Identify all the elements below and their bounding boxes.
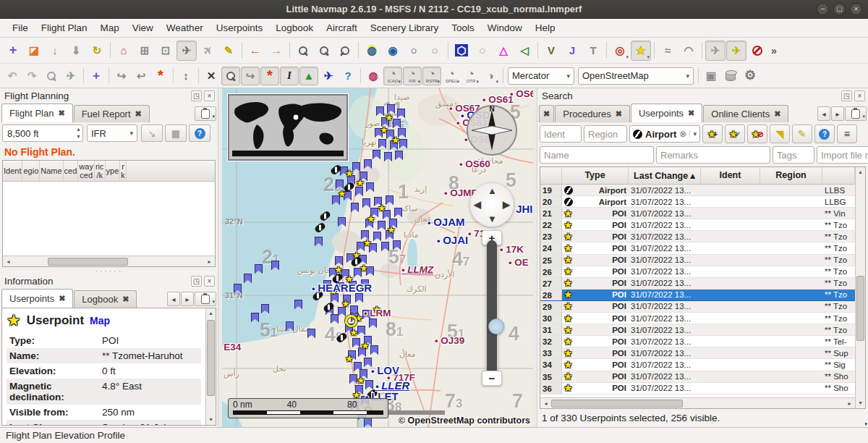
table-row[interactable]: 21 POI 31/07/2022 13... ** Vin [540, 208, 855, 219]
scrollbar-thumb[interactable] [207, 320, 215, 396]
center-rect-icon[interactable]: ⊡ [156, 41, 176, 61]
poi-star-marker[interactable]: ★ [357, 376, 365, 385]
search-menu-button[interactable]: ≡▾ [837, 125, 857, 143]
flight-plan-column-header[interactable]: wayced [78, 161, 95, 181]
table-row[interactable]: 36 POI 31/07/2022 13... ** Sho [540, 383, 855, 395]
poi-star-marker[interactable]: ★ [349, 329, 358, 337]
close-panel-icon[interactable]: × [854, 90, 865, 101]
add-flight-plan-icon[interactable]: + [87, 67, 106, 85]
flight-plan-column-header[interactable]: rk [120, 161, 127, 181]
poi-star-marker[interactable]: ★ [345, 169, 354, 178]
scroll-left-icon[interactable]: ◂ [3, 258, 14, 265]
airport-filter-select[interactable]: Airport ⊗ ▾ [629, 125, 700, 143]
aircraft-trail-icon[interactable]: ✈ [726, 41, 746, 61]
menu-item[interactable]: Tools [445, 20, 481, 35]
tab-scroll-right-icon[interactable]: ▸ [831, 106, 844, 121]
tab-fuel-report[interactable]: Fuel Report✖ [74, 105, 150, 122]
airspace-fir-icon[interactable]: ◔FIR▾ [403, 67, 422, 85]
scrollbar-thumb[interactable] [48, 258, 127, 266]
menu-item[interactable]: Help [529, 20, 562, 35]
table-row[interactable]: 26 POI 31/07/2022 13... ** Tzo [540, 266, 855, 278]
airspace-icao-icon[interactable]: ◔ICAO▾ [383, 67, 402, 85]
tab-scroll-right-icon[interactable]: ▸ [181, 292, 194, 306]
close-tab-icon[interactable]: ✖ [688, 109, 694, 118]
show-search-icon[interactable] [221, 67, 240, 85]
menu-item[interactable]: Scenery Library [364, 20, 446, 35]
ident-input[interactable] [540, 125, 582, 143]
show-elevation-icon[interactable]: ▲ [299, 67, 318, 85]
menu-item[interactable]: Logbook [269, 20, 320, 35]
toolbar-overflow-button[interactable]: » [768, 45, 780, 56]
pan-up-icon[interactable]: ▲ [488, 185, 497, 196]
import-filename-input[interactable] [817, 146, 868, 164]
poi-star-marker[interactable]: ★ [387, 226, 396, 235]
show-help-window-icon[interactable]: ? [339, 67, 357, 85]
flight-plan-column-header[interactable]: Name [40, 161, 63, 181]
scenery-library-icon[interactable]: ▣ [702, 67, 720, 85]
show-route-icon[interactable]: ↪ [241, 67, 260, 85]
tab-list-button[interactable] [195, 106, 216, 121]
zoom-last-icon[interactable] [42, 67, 61, 85]
database-icon[interactable] [721, 67, 740, 85]
options-gear-icon[interactable]: ⚙ [741, 67, 760, 85]
poi-star-marker[interactable]: ★ [385, 114, 393, 122]
search-help-button[interactable]: ? [814, 125, 835, 143]
tracks-icon[interactable]: T [583, 41, 603, 61]
airport-diagram-icon[interactable]: ⬡ [451, 41, 472, 61]
delete-userpoint-button[interactable]: ★⊘ [747, 125, 767, 143]
map-forward-icon[interactable]: → [266, 41, 286, 61]
center-flight-plan-icon[interactable]: ⊞ [135, 41, 155, 61]
clear-filter-icon[interactable]: ⊗ [679, 129, 686, 139]
table-row[interactable]: 25 POI 31/07/2022 13... ** Tzo [540, 255, 855, 266]
tab-scroll-left-icon[interactable]: ◂ [167, 292, 180, 306]
open-flight-plan-icon[interactable]: ◪ [24, 41, 44, 61]
aircraft-track-icon[interactable]: ✈ [197, 41, 218, 61]
title-bar[interactable]: Little Navmap 2.6.19 - MSFS / N 2112 - C… [0, 0, 868, 19]
table-vscrollbar[interactable]: ▴ ▾ [855, 167, 865, 408]
scrollbar-thumb[interactable] [551, 400, 683, 408]
tab-truncated[interactable]: ✖ [539, 105, 554, 122]
tab-scroll-left-icon[interactable]: ◂ [817, 106, 830, 121]
table-row[interactable]: 23 POI 31/07/2022 13... ** Tzo [540, 231, 855, 242]
flight-plan-column-header[interactable]: Ident [3, 161, 22, 181]
no-aircraft-icon[interactable] [747, 41, 767, 61]
close-tab-icon[interactable]: ✖ [135, 109, 142, 119]
zoom-track[interactable] [487, 240, 497, 376]
information-vscrollbar[interactable]: ▴ ▾ [205, 308, 216, 425]
zoom-handle[interactable] [488, 318, 504, 334]
menu-item[interactable]: Window [481, 20, 529, 35]
pan-left-icon[interactable]: ◀ [474, 199, 481, 210]
close-tab-icon[interactable]: ✖ [122, 295, 129, 304]
poi-star-marker[interactable]: ★ [341, 300, 350, 308]
calculate-button[interactable]: ▦ [165, 125, 187, 142]
msa-icon[interactable]: ◎▾ [610, 41, 630, 61]
undo-icon[interactable]: ↶ [3, 67, 22, 85]
poi-star-marker[interactable]: ★ [363, 239, 372, 248]
flight-plan-column-header[interactable]: ype [106, 161, 121, 181]
tags-input[interactable] [773, 146, 814, 164]
scroll-right-icon[interactable]: ▸ [844, 400, 855, 407]
menu-item[interactable]: Map [94, 20, 126, 35]
region-input[interactable] [584, 125, 627, 143]
table-row[interactable]: 24 POI 31/07/2022 13... ** Tzo [540, 242, 855, 254]
center-aircraft-small-icon[interactable]: ✈ [61, 67, 80, 85]
elevation-profile-bar[interactable]: Flight Plan Elevation Profile [0, 427, 868, 443]
scroll-down-icon[interactable]: ▾ [206, 415, 216, 425]
flight-rules-select[interactable]: IFR▾ [87, 125, 137, 142]
zoom-out-button[interactable]: − [482, 371, 502, 386]
altitude-arrows-icon[interactable]: ↕ [176, 67, 195, 85]
reset-search-button[interactable]: ✎ [792, 125, 812, 143]
scroll-up-icon[interactable]: ▴ [206, 308, 216, 318]
poi-star-marker[interactable]: ★ [391, 136, 400, 145]
map-zoom-slider[interactable]: + − [480, 230, 504, 386]
poi-star-marker[interactable]: ★ [345, 355, 354, 363]
stepper-arrows-icon[interactable]: ▲▼ [76, 126, 81, 140]
zoom-out-icon[interactable] [314, 41, 334, 61]
tab-online-clients[interactable]: Online Clients✖ [703, 105, 788, 122]
table-row[interactable]: 30 POI 31/07/2022 13... ** Tzo [540, 313, 855, 324]
table-row[interactable]: 29 POI 31/07/2022 13... ** Tzo [540, 301, 855, 313]
add-userpoint-button[interactable]: ★+ [702, 125, 723, 143]
scroll-right-icon[interactable]: ▸ [204, 258, 215, 265]
tab-userpoints-search[interactable]: Userpoints✖ [631, 104, 702, 122]
poi-star-marker[interactable]: ★ [378, 204, 386, 213]
